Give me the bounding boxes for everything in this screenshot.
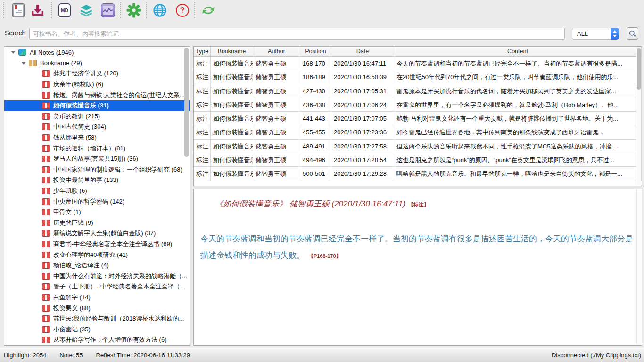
sidebar-item-label: 甲骨文 (1) [53, 208, 81, 216]
status-note-count: Note: 55 [59, 352, 83, 359]
column-header[interactable]: Bookname [211, 47, 253, 56]
table-cell: 储智勇王硕 [253, 84, 300, 98]
table-row[interactable]: 标注如何假装懂音乐储智勇王硕441-4432020/1/30 17:07:05鲍… [194, 112, 642, 125]
table-cell: 在20世纪50年代到70年代之间，有过一类乐队，叫节奏蓝调乐队，他们使用的乐..… [394, 70, 642, 83]
table-cell: 标注 [194, 125, 211, 139]
table-row[interactable]: 标注如何假装懂音乐储智勇王硕427-4302020/1/30 17:05:31雷… [194, 84, 642, 98]
sidebar-item[interactable]: 货币的教训 (215) [4, 111, 190, 122]
table-row[interactable]: 标注如何假装懂音乐储智勇王硕186-1892020/1/30 16:50:39在… [194, 70, 642, 84]
sidebar-item-label: 改变心理学的40项研究 (41) [53, 251, 128, 259]
sidebar-item[interactable]: 如何假装懂音乐 (31) [4, 100, 190, 111]
sidebar-item[interactable]: 中国为什么有前途：对外经济关系的战略潜能（... [4, 271, 190, 281]
table-row[interactable]: 标注如何假装懂音乐储智勇王硕494-4962020/1/30 17:28:54这… [194, 153, 642, 167]
table-cell: 标注 [194, 84, 211, 98]
table-cell: 427-430 [300, 84, 331, 98]
table-cell: 今天的节奏蓝调和当初的节奏蓝调已经完全不一样了。当初的节奏蓝调有很多是描... [394, 57, 642, 70]
notes-document-icon[interactable] [10, 2, 26, 18]
table-cell: 2020/1/30 17:05:31 [331, 84, 394, 98]
table-cell: 如何假装懂音乐 [211, 153, 253, 166]
sidebar-item[interactable]: Bookname (29) [4, 58, 190, 69]
table-cell: 2020/1/30 17:06:24 [331, 98, 394, 111]
sidebar-item[interactable]: 罗马人的故事(套装共15册) (36) [4, 154, 190, 165]
search-input[interactable] [29, 28, 565, 40]
sidebar-item[interactable]: 小窗幽记 (35) [4, 324, 190, 335]
table-cell: 储智勇王硕 [253, 70, 300, 83]
book-icon [42, 102, 50, 109]
book-tree: All Notes (1946)Bookname (29)薛兆丰经济学讲义 (1… [4, 47, 190, 346]
sidebar-item[interactable]: 钱从哪里来 (58) [4, 132, 190, 143]
column-header[interactable]: Type [194, 47, 211, 56]
table-row[interactable]: 标注如何假装懂音乐储智勇王硕489-4912020/1/30 17:27:58但… [194, 140, 642, 153]
sidebar-item[interactable]: 甲骨文 (1) [4, 207, 190, 218]
sidebar-item[interactable]: 新编说文解字大全集(超值白金版) (37) [4, 228, 190, 239]
sidebar-item-label: 市场的逻辑（增订本）(81) [53, 144, 125, 153]
import-icon[interactable] [30, 2, 46, 18]
sidebar-item[interactable]: 商君书-中华经典名著全本全注全译丛书 (69) [4, 239, 190, 250]
table-row[interactable]: 标注如何假装懂音乐储智勇王硕500-5012020/1/30 17:29:28嘻… [194, 167, 642, 181]
sidebar-item[interactable]: 从零开始学写作：个人增值的有效方法 (6) [4, 335, 190, 346]
globe-icon[interactable] [152, 2, 168, 18]
book-icon [42, 337, 50, 343]
layers-icon[interactable] [78, 2, 94, 18]
settings-gear-icon[interactable] [126, 2, 142, 18]
table-cell: 2020/1/30 17:27:58 [331, 140, 394, 153]
sidebar-item[interactable]: 投资要义 (88) [4, 303, 190, 313]
sidebar-item[interactable]: 杨伯峻_论语译注 (4) [4, 260, 190, 271]
book-icon [42, 81, 50, 88]
sidebar-item[interactable]: 中国国家治理的制度逻辑：一个组织学研究 (68) [4, 165, 190, 175]
book-icon [42, 241, 50, 247]
search-button[interactable] [627, 27, 638, 40]
sidebar-item[interactable]: 改变心理学的40项研究 (41) [4, 249, 190, 260]
table-row[interactable]: 标注如何假装懂音乐储智勇王硕168-1702020/1/30 16:47:11今… [194, 57, 642, 70]
book-icon [42, 166, 50, 173]
table-cell: 如今雷鬼已经传遍世界各地，其中传到南美的那条线演变成了西班牙语雷鬼， [394, 125, 642, 139]
help-icon[interactable]: ? [174, 2, 190, 18]
sidebar-item[interactable]: 中央帝国的哲学密码 (142) [4, 196, 190, 207]
sidebar-item-label: All Notes (1946) [30, 49, 74, 56]
sync-icon[interactable] [200, 2, 216, 18]
sidebar-scrollbar[interactable] [184, 48, 189, 157]
sidebar-item[interactable]: 中国古代简史 (304) [4, 122, 190, 132]
table-cell: 标注 [194, 70, 211, 83]
sidebar-item[interactable]: 庆余年(精校版) (6) [4, 79, 190, 90]
sidebar-item[interactable]: 市场的逻辑（增订本）(81) [4, 143, 190, 154]
table-cell: 标注 [194, 98, 211, 111]
sidebar-item-label: 钱从哪里来 (58) [53, 133, 97, 142]
table-row[interactable]: 标注如何假装懂音乐储智勇王硕436-4382020/1/30 17:06:24在… [194, 98, 642, 112]
book-icon [42, 92, 50, 99]
search-label: Search [5, 29, 25, 37]
column-header[interactable]: Author [253, 47, 300, 56]
sidebar-item[interactable]: All Notes (1946) [4, 47, 190, 58]
sidebar-item-label: 小窗幽记 (35) [53, 325, 91, 334]
sidebar-item[interactable]: 管子（上下册）--中华经典名著全本全注全译（... [4, 281, 190, 292]
table-cell: 2020/1/30 17:23:36 [331, 125, 394, 139]
table-cell: 455-455 [300, 125, 331, 139]
status-refresh-time: RefleshTime: 2020-06-16 11:33:29 [96, 352, 190, 359]
status-connection: Disconnected (./My Clippings.txt) [552, 352, 641, 359]
table-cell: 489-491 [300, 140, 331, 153]
table-cell: 储智勇王硕 [253, 153, 300, 166]
sidebar-item[interactable]: 薛兆丰经济学讲义 (120) [4, 68, 190, 79]
table-cell: 如何假装懂音乐 [211, 140, 253, 153]
table-row[interactable]: 标注如何假装懂音乐储智勇王硕455-4552020/1/30 17:23:36如… [194, 125, 642, 139]
disclosure-triangle-icon[interactable] [11, 51, 16, 54]
magnifier-icon [628, 30, 636, 38]
table-scrollbar[interactable] [637, 48, 641, 90]
filter-dropdown[interactable]: ALL [572, 28, 619, 40]
sidebar-item[interactable]: 少年凯歌 (6) [4, 186, 190, 197]
book-icon [42, 273, 50, 280]
disclosure-triangle-icon[interactable] [21, 62, 26, 65]
book-icon [42, 188, 50, 194]
statistics-chart-icon[interactable] [100, 2, 116, 18]
sidebar-item[interactable]: 枪炮、病菌与钢铁:人类社会的命运(世纪人文系... [4, 90, 190, 100]
table-cell: 标注 [194, 167, 211, 180]
column-header[interactable]: Date [331, 47, 394, 56]
sidebar-item[interactable]: 投资中最简单的事 (133) [4, 175, 190, 186]
column-header[interactable]: Content [394, 47, 642, 56]
sidebar-item[interactable]: 苏世民:我的经验与教训（2018读桥水达利欧的... [4, 313, 190, 324]
markdown-export-icon[interactable]: MD [57, 2, 73, 18]
sidebar-item-label: 历史的巨镜 (9) [53, 219, 93, 227]
column-header[interactable]: Position [300, 47, 331, 56]
sidebar-item[interactable]: 白鱼解字 (14) [4, 292, 190, 303]
sidebar-item[interactable]: 历史的巨镜 (9) [4, 218, 190, 229]
